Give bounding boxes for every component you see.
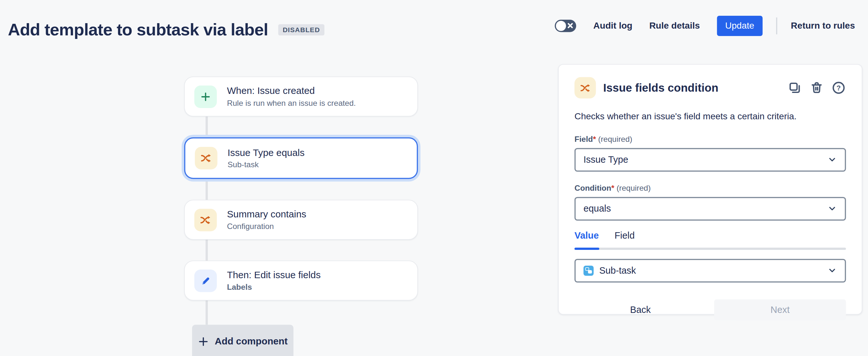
node-title: When: Issue created (227, 86, 355, 96)
panel-title: Issue fields condition (603, 82, 780, 94)
chevron-down-icon (828, 266, 837, 275)
panel-header: Issue fields condition (575, 77, 846, 99)
chevron-down-icon (828, 155, 837, 165)
node-title: Issue Type equals (227, 147, 305, 158)
panel-actions: ? (787, 80, 846, 95)
active-tab-indicator (575, 247, 599, 250)
condition-config-panel: Issue fields condition (558, 64, 862, 315)
back-button[interactable]: Back (575, 299, 707, 320)
node-title: Summary contains (227, 209, 306, 220)
next-button[interactable]: Next (714, 299, 846, 320)
status-badge: DISABLED (278, 24, 324, 35)
required-asterisk: * (611, 183, 614, 192)
flow-node-action-edit-fields[interactable]: Then: Edit issue fields Labels (184, 260, 418, 300)
header-divider (776, 18, 778, 34)
plus-icon (198, 336, 209, 347)
rule-title-group: Add template to subtask via label DISABL… (8, 20, 325, 39)
delete-icon[interactable] (809, 80, 824, 95)
shuffle-condition-icon (194, 208, 217, 231)
help-icon[interactable]: ? (831, 80, 846, 95)
subtask-type-icon (584, 265, 594, 276)
tab-field[interactable]: Field (614, 230, 635, 241)
pencil-action-icon (194, 269, 217, 292)
add-component-label: Add component (215, 336, 287, 347)
required-asterisk: * (593, 134, 596, 143)
field-select[interactable]: Issue Type (575, 148, 846, 172)
duplicate-icon[interactable] (787, 80, 802, 95)
top-bar: Add template to subtask via label DISABL… (0, 0, 868, 52)
toggle-off-x-icon (567, 23, 574, 29)
shuffle-condition-icon (195, 147, 218, 169)
tab-value[interactable]: Value (575, 230, 599, 241)
value-select[interactable]: Sub-task (575, 259, 846, 282)
flow-node-condition-summary[interactable]: Summary contains Configuration (184, 200, 418, 239)
audit-log-link[interactable]: Audit log (593, 21, 632, 31)
tab-track (575, 247, 846, 250)
condition-label: Condition* (required) (575, 183, 846, 192)
automation-rule-editor: Add template to subtask via label DISABL… (0, 0, 868, 356)
update-button[interactable]: Update (717, 16, 763, 36)
return-to-rules-link[interactable]: Return to rules (791, 21, 855, 31)
node-subtitle: Rule is run when an issue is created. (227, 98, 355, 107)
condition-select[interactable]: equals (575, 197, 846, 221)
field-label: Field* (required) (575, 134, 846, 143)
panel-footer-buttons: Back Next (575, 299, 846, 320)
shuffle-condition-icon (575, 77, 596, 99)
node-subtitle: Configuration (227, 222, 306, 231)
toggle-knob (556, 21, 566, 31)
value-field-tabs: Value Field (575, 230, 846, 241)
rule-enabled-toggle[interactable] (555, 20, 577, 32)
header-controls: Audit log Rule details Update Return to … (555, 0, 855, 52)
svg-text:?: ? (836, 84, 841, 92)
node-title: Then: Edit issue fields (227, 270, 320, 281)
panel-description: Checks whether an issue's field meets a … (575, 111, 846, 123)
flow-node-trigger[interactable]: When: Issue created Rule is run when an … (184, 76, 418, 117)
flow-node-condition-issue-type[interactable]: Issue Type equals Sub-task (184, 137, 418, 179)
add-component-button[interactable]: Add component (192, 325, 293, 356)
node-subtitle: Labels (227, 282, 320, 291)
node-subtitle: Sub-task (227, 160, 305, 169)
page-title: Add template to subtask via label (8, 20, 268, 39)
chevron-down-icon (828, 204, 837, 214)
rule-details-link[interactable]: Rule details (649, 21, 700, 31)
plus-trigger-icon (194, 85, 217, 108)
